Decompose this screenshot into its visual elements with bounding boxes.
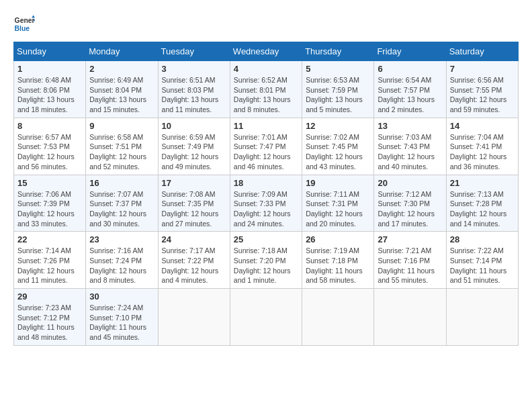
week-row: 22Sunrise: 7:14 AMSunset: 7:26 PMDayligh… — [14, 232, 519, 289]
day-number: 20 — [378, 178, 442, 188]
day-number: 29 — [17, 291, 82, 302]
week-row: 29Sunrise: 7:23 AMSunset: 7:12 PMDayligh… — [14, 289, 519, 346]
calendar-table: SundayMondayTuesdayWednesdayThursdayFrid… — [13, 42, 519, 346]
col-header-saturday: Saturday — [446, 42, 518, 61]
day-detail: Sunrise: 7:16 AMSunset: 7:24 PMDaylight:… — [89, 246, 154, 285]
day-detail: Sunrise: 6:54 AMSunset: 7:57 PMDaylight:… — [378, 75, 442, 115]
day-detail: Sunrise: 7:09 AMSunset: 7:33 PMDaylight:… — [234, 189, 298, 229]
day-number: 4 — [234, 64, 298, 74]
day-detail: Sunrise: 7:21 AMSunset: 7:16 PMDaylight:… — [378, 246, 442, 285]
day-number: 24 — [162, 234, 226, 244]
calendar-cell: 6Sunrise: 6:54 AMSunset: 7:57 PMDaylight… — [374, 61, 446, 118]
day-number: 11 — [234, 121, 298, 131]
day-detail: Sunrise: 6:59 AMSunset: 7:49 PMDaylight:… — [162, 132, 226, 172]
day-number: 19 — [306, 178, 370, 188]
calendar-cell: 7Sunrise: 6:56 AMSunset: 7:55 PMDaylight… — [446, 61, 518, 118]
calendar-cell: 18Sunrise: 7:09 AMSunset: 7:33 PMDayligh… — [230, 175, 302, 232]
day-number: 28 — [450, 234, 515, 244]
day-number: 6 — [378, 64, 442, 74]
calendar-cell: 22Sunrise: 7:14 AMSunset: 7:26 PMDayligh… — [14, 232, 86, 289]
calendar-cell — [302, 289, 374, 346]
calendar-cell: 17Sunrise: 7:08 AMSunset: 7:35 PMDayligh… — [158, 175, 230, 232]
day-detail: Sunrise: 7:24 AMSunset: 7:10 PMDaylight:… — [89, 303, 154, 342]
day-detail: Sunrise: 7:03 AMSunset: 7:43 PMDaylight:… — [378, 132, 442, 172]
calendar-cell: 24Sunrise: 7:17 AMSunset: 7:22 PMDayligh… — [158, 232, 230, 289]
day-detail: Sunrise: 7:18 AMSunset: 7:20 PMDaylight:… — [234, 246, 298, 285]
calendar-cell: 15Sunrise: 7:06 AMSunset: 7:39 PMDayligh… — [14, 175, 86, 232]
day-number: 9 — [89, 121, 154, 131]
calendar-cell: 16Sunrise: 7:07 AMSunset: 7:37 PMDayligh… — [86, 175, 158, 232]
day-number: 5 — [306, 64, 370, 74]
day-number: 26 — [306, 234, 370, 244]
day-detail: Sunrise: 7:14 AMSunset: 7:26 PMDaylight:… — [17, 246, 82, 285]
day-detail: Sunrise: 6:48 AMSunset: 8:06 PMDaylight:… — [17, 75, 82, 115]
col-header-sunday: Sunday — [14, 42, 86, 61]
day-number: 22 — [17, 234, 82, 244]
day-detail: Sunrise: 7:22 AMSunset: 7:14 PMDaylight:… — [450, 246, 515, 285]
day-number: 30 — [89, 291, 154, 302]
calendar-cell — [158, 289, 230, 346]
day-number: 27 — [378, 234, 442, 244]
day-detail: Sunrise: 7:13 AMSunset: 7:28 PMDaylight:… — [450, 189, 515, 229]
calendar-cell: 30Sunrise: 7:24 AMSunset: 7:10 PMDayligh… — [86, 289, 158, 346]
day-detail: Sunrise: 6:51 AMSunset: 8:03 PMDaylight:… — [162, 75, 226, 115]
day-number: 18 — [234, 178, 298, 188]
day-detail: Sunrise: 7:01 AMSunset: 7:47 PMDaylight:… — [234, 132, 298, 172]
day-detail: Sunrise: 6:56 AMSunset: 7:55 PMDaylight:… — [450, 75, 515, 115]
day-number: 16 — [89, 178, 154, 188]
day-detail: Sunrise: 7:12 AMSunset: 7:30 PMDaylight:… — [378, 189, 442, 229]
day-detail: Sunrise: 6:58 AMSunset: 7:51 PMDaylight:… — [89, 132, 154, 172]
calendar-cell: 2Sunrise: 6:49 AMSunset: 8:04 PMDaylight… — [86, 61, 158, 118]
calendar-cell — [446, 289, 518, 346]
week-row: 1Sunrise: 6:48 AMSunset: 8:06 PMDaylight… — [14, 61, 519, 118]
day-detail: Sunrise: 6:52 AMSunset: 8:01 PMDaylight:… — [234, 75, 298, 115]
week-row: 8Sunrise: 6:57 AMSunset: 7:53 PMDaylight… — [14, 118, 519, 175]
day-detail: Sunrise: 7:11 AMSunset: 7:31 PMDaylight:… — [306, 189, 370, 229]
calendar-cell: 9Sunrise: 6:58 AMSunset: 7:51 PMDaylight… — [86, 118, 158, 175]
col-header-friday: Friday — [374, 42, 446, 61]
calendar-cell: 13Sunrise: 7:03 AMSunset: 7:43 PMDayligh… — [374, 118, 446, 175]
day-detail: Sunrise: 7:02 AMSunset: 7:45 PMDaylight:… — [306, 132, 370, 172]
day-detail: Sunrise: 7:04 AMSunset: 7:41 PMDaylight:… — [450, 132, 515, 172]
calendar-cell: 14Sunrise: 7:04 AMSunset: 7:41 PMDayligh… — [446, 118, 518, 175]
svg-text:Blue: Blue — [15, 25, 30, 32]
calendar-cell: 4Sunrise: 6:52 AMSunset: 8:01 PMDaylight… — [230, 61, 302, 118]
day-detail: Sunrise: 6:57 AMSunset: 7:53 PMDaylight:… — [17, 132, 82, 172]
day-number: 10 — [162, 121, 226, 131]
day-number: 12 — [306, 121, 370, 131]
day-number: 8 — [17, 121, 82, 131]
day-number: 3 — [162, 64, 226, 74]
day-detail: Sunrise: 7:19 AMSunset: 7:18 PMDaylight:… — [306, 246, 370, 285]
calendar-cell — [374, 289, 446, 346]
calendar-cell: 8Sunrise: 6:57 AMSunset: 7:53 PMDaylight… — [14, 118, 86, 175]
day-detail: Sunrise: 6:53 AMSunset: 7:59 PMDaylight:… — [306, 75, 370, 115]
calendar-cell: 23Sunrise: 7:16 AMSunset: 7:24 PMDayligh… — [86, 232, 158, 289]
logo: General Blue — [13, 13, 35, 35]
day-number: 23 — [89, 234, 154, 244]
day-detail: Sunrise: 7:07 AMSunset: 7:37 PMDaylight:… — [89, 189, 154, 229]
calendar-cell: 20Sunrise: 7:12 AMSunset: 7:30 PMDayligh… — [374, 175, 446, 232]
day-number: 15 — [17, 178, 82, 188]
col-header-wednesday: Wednesday — [230, 42, 302, 61]
day-number: 1 — [17, 64, 82, 74]
day-number: 7 — [450, 64, 515, 74]
day-detail: Sunrise: 7:08 AMSunset: 7:35 PMDaylight:… — [162, 189, 226, 229]
calendar-cell: 19Sunrise: 7:11 AMSunset: 7:31 PMDayligh… — [302, 175, 374, 232]
calendar-cell: 21Sunrise: 7:13 AMSunset: 7:28 PMDayligh… — [446, 175, 518, 232]
calendar-cell: 5Sunrise: 6:53 AMSunset: 7:59 PMDaylight… — [302, 61, 374, 118]
day-detail: Sunrise: 7:06 AMSunset: 7:39 PMDaylight:… — [17, 189, 82, 229]
day-number: 14 — [450, 121, 515, 131]
day-number: 13 — [378, 121, 442, 131]
calendar-cell: 27Sunrise: 7:21 AMSunset: 7:16 PMDayligh… — [374, 232, 446, 289]
page-header: General Blue — [13, 13, 519, 35]
svg-text:General: General — [15, 17, 35, 24]
day-number: 25 — [234, 234, 298, 244]
calendar-cell: 25Sunrise: 7:18 AMSunset: 7:20 PMDayligh… — [230, 232, 302, 289]
day-detail: Sunrise: 6:49 AMSunset: 8:04 PMDaylight:… — [89, 75, 154, 115]
col-header-thursday: Thursday — [302, 42, 374, 61]
day-number: 21 — [450, 178, 515, 188]
calendar-cell: 10Sunrise: 6:59 AMSunset: 7:49 PMDayligh… — [158, 118, 230, 175]
logo-icon: General Blue — [13, 13, 35, 35]
calendar-cell — [230, 289, 302, 346]
calendar-cell: 29Sunrise: 7:23 AMSunset: 7:12 PMDayligh… — [14, 289, 86, 346]
